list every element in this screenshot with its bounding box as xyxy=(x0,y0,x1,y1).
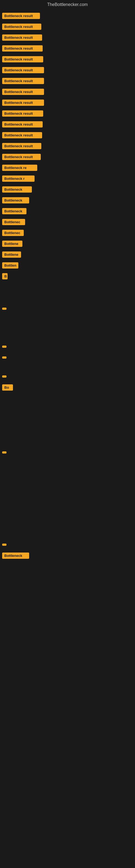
result-row xyxy=(1,303,134,314)
result-row: Bottleneck result xyxy=(1,86,134,97)
bottleneck-badge[interactable]: B xyxy=(2,273,8,279)
result-row: Bottleneck result xyxy=(1,43,134,54)
result-row: Bo xyxy=(1,382,134,393)
bottleneck-badge[interactable]: Bottleneck result xyxy=(2,13,40,19)
result-row: Bottleneck result xyxy=(1,141,134,151)
result-row xyxy=(1,352,134,363)
result-row: Bottlenec xyxy=(1,227,134,238)
bottleneck-badge[interactable] xyxy=(2,544,6,546)
result-row: Bottleneck r xyxy=(1,173,134,184)
site-title: TheBottlenecker.com xyxy=(0,0,135,10)
result-row: Bottlen xyxy=(1,260,134,271)
bottleneck-badge[interactable]: Bottleneck xyxy=(2,208,27,214)
result-row: Bottleneck result xyxy=(1,32,134,43)
result-row: Bottleneck result xyxy=(1,130,134,141)
result-row: Bottleneck xyxy=(1,195,134,206)
bottleneck-badge[interactable]: Bottleneck result xyxy=(2,67,44,73)
result-row: Bottleneck xyxy=(1,206,134,216)
bottleneck-badge[interactable]: Bottleneck result xyxy=(2,34,42,41)
result-row: Bottlene xyxy=(1,249,134,260)
result-row: Bottleneck result xyxy=(1,21,134,32)
bottleneck-badge[interactable]: Bottleneck result xyxy=(2,121,43,127)
bottleneck-badge[interactable]: Bottleneck result xyxy=(2,99,44,106)
result-row xyxy=(1,371,134,382)
result-row: Bottleneck result xyxy=(1,97,134,108)
bottleneck-badge[interactable]: Bottleneck result xyxy=(2,154,41,160)
results-list: Bottleneck resultBottleneck resultBottle… xyxy=(0,10,135,670)
result-row xyxy=(1,341,134,352)
bottleneck-badge[interactable]: Bottlenec xyxy=(2,230,24,236)
bottleneck-badge[interactable]: Bottleneck result xyxy=(2,24,41,30)
result-row xyxy=(1,539,134,550)
bottleneck-badge[interactable] xyxy=(2,308,6,310)
bottleneck-badge[interactable]: Bottleneck result xyxy=(2,143,41,149)
result-row: Bottleneck result xyxy=(1,119,134,130)
bottleneck-badge[interactable]: Bottleneck result xyxy=(2,56,43,62)
bottleneck-badge[interactable]: Bo xyxy=(2,384,13,391)
bottleneck-badge[interactable]: Bottleneck result xyxy=(2,45,43,52)
bottleneck-badge[interactable]: Bottleneck result xyxy=(2,89,44,95)
result-row: Bottlene xyxy=(1,238,134,249)
result-row: Bottlenec xyxy=(1,216,134,227)
result-row xyxy=(1,447,134,458)
result-row: Bottleneck result xyxy=(1,65,134,75)
bottleneck-badge[interactable]: Bottleneck result xyxy=(2,111,43,117)
bottleneck-badge[interactable] xyxy=(2,356,6,359)
bottleneck-badge[interactable]: Bottlenec xyxy=(2,219,25,225)
bottleneck-badge[interactable]: Bottleneck xyxy=(2,197,29,204)
bottleneck-badge[interactable]: Bottleneck result xyxy=(2,132,42,138)
result-row: Bottleneck result xyxy=(1,75,134,86)
bottleneck-badge[interactable]: Bottlene xyxy=(2,241,22,247)
bottleneck-badge[interactable]: Bottleneck result xyxy=(2,78,44,84)
site-header: TheBottlenecker.com xyxy=(0,0,135,10)
bottleneck-badge[interactable]: Bottleneck xyxy=(2,553,29,559)
result-row: Bottleneck xyxy=(1,184,134,195)
result-row: B xyxy=(1,271,134,282)
bottleneck-badge[interactable] xyxy=(2,375,6,378)
bottleneck-badge[interactable]: Bottleneck re xyxy=(2,165,37,171)
bottleneck-badge[interactable]: Bottleneck r xyxy=(2,176,35,182)
result-row: Bottleneck result xyxy=(1,10,134,21)
result-row: Bottleneck result xyxy=(1,54,134,65)
result-row: Bottleneck xyxy=(1,550,134,561)
bottleneck-badge[interactable] xyxy=(2,452,6,454)
bottleneck-badge[interactable]: Bottlene xyxy=(2,251,21,258)
result-row: Bottleneck result xyxy=(1,108,134,119)
result-row: Bottleneck re xyxy=(1,162,134,173)
bottleneck-badge[interactable]: Bottleneck xyxy=(2,186,32,193)
bottleneck-badge[interactable]: Bottlen xyxy=(2,262,18,269)
result-row: Bottleneck result xyxy=(1,151,134,162)
bottleneck-badge[interactable] xyxy=(2,346,6,348)
